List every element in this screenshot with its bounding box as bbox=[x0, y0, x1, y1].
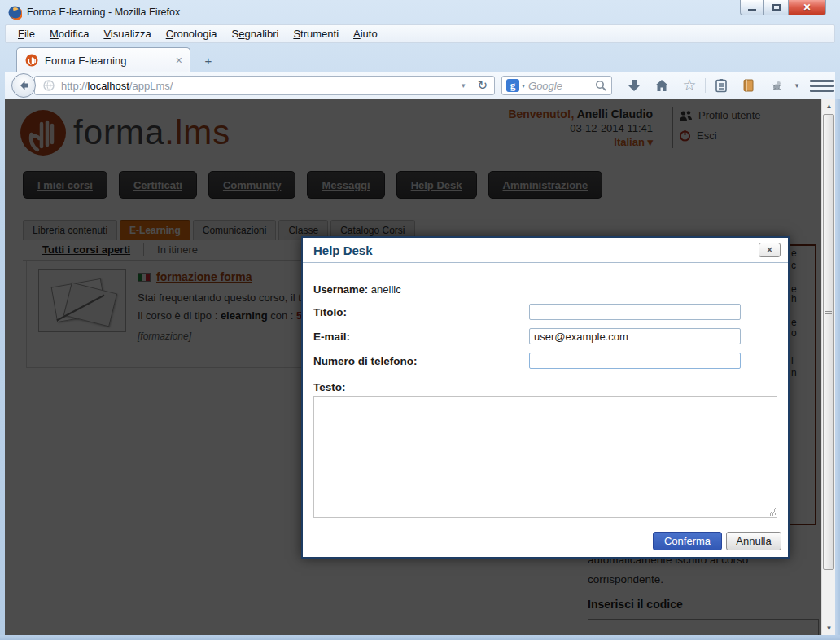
reload-icon[interactable]: ↻ bbox=[470, 78, 494, 93]
forma-favicon-icon bbox=[25, 54, 38, 67]
window-controls: ✕ bbox=[740, 0, 826, 15]
email-input[interactable] bbox=[529, 328, 741, 344]
menu-bar-line bbox=[810, 80, 834, 82]
search-box[interactable]: g ▾ bbox=[501, 76, 612, 95]
menu-file[interactable]: File bbox=[11, 25, 42, 42]
annulla-button[interactable]: Annulla bbox=[726, 532, 781, 550]
download-arrow-icon bbox=[627, 78, 641, 93]
back-arrow-icon bbox=[17, 79, 30, 92]
help-desk-modal: Help Desk × Username: anellic Titolo: E-… bbox=[301, 236, 790, 559]
menu-strumenti[interactable]: Strumenti bbox=[286, 25, 346, 42]
titolo-input[interactable] bbox=[529, 304, 741, 320]
menu-segnalibri[interactable]: Segnalibri bbox=[225, 25, 287, 42]
book-icon bbox=[742, 78, 756, 93]
modal-close-button[interactable]: × bbox=[759, 243, 781, 257]
title-bar: Forma E-learning - Mozilla Firefox ✕ bbox=[0, 0, 840, 24]
downloads-button[interactable] bbox=[620, 73, 648, 98]
menu-aiuto[interactable]: Aiuto bbox=[346, 25, 385, 42]
window-frame-bottom bbox=[0, 635, 840, 640]
minimize-icon bbox=[748, 9, 756, 11]
scroll-down-arrow-icon[interactable]: ▼ bbox=[822, 621, 836, 635]
bookmark-star-button[interactable]: ☆ bbox=[676, 73, 703, 98]
telefono-input[interactable] bbox=[529, 353, 741, 369]
home-button[interactable] bbox=[648, 73, 676, 98]
username-label: Username: bbox=[313, 283, 368, 296]
minimize-button[interactable] bbox=[740, 0, 764, 15]
username-value: anellic bbox=[368, 283, 400, 296]
url-text[interactable]: http://localhost/appLms/ bbox=[61, 80, 457, 92]
close-icon: ✕ bbox=[803, 2, 811, 13]
titolo-label: Titolo: bbox=[313, 306, 347, 318]
browser-tab-title: Forma E-learning bbox=[45, 55, 176, 67]
firefox-window: { "window": { "title": "Forma E-learning… bbox=[0, 0, 840, 640]
window-title: Forma E-learning - Mozilla Firefox bbox=[27, 7, 180, 18]
menu-bar-line bbox=[810, 85, 834, 87]
home-icon bbox=[654, 78, 669, 93]
url-path: /appLms/ bbox=[129, 80, 173, 92]
url-dropdown-caret-icon[interactable]: ▾ bbox=[457, 81, 470, 90]
telefono-label: Numero di telefono: bbox=[313, 355, 418, 367]
clipboard-icon bbox=[714, 78, 728, 93]
testo-textarea[interactable] bbox=[313, 396, 777, 518]
modal-title: Help Desk bbox=[313, 243, 373, 257]
urlbar-controls: ▾ ↻ bbox=[457, 77, 494, 94]
menu-bar: File Modifica Visualizza Cronologia Segn… bbox=[5, 24, 835, 43]
star-icon: ☆ bbox=[682, 76, 696, 94]
search-icon[interactable] bbox=[595, 80, 607, 92]
bug-icon bbox=[770, 79, 784, 93]
firefox-icon bbox=[8, 6, 22, 20]
modal-header: Help Desk × bbox=[303, 238, 788, 263]
scroll-up-arrow-icon[interactable]: ▲ bbox=[822, 99, 836, 113]
url-host: localhost bbox=[88, 80, 129, 92]
maximize-button[interactable] bbox=[764, 0, 789, 15]
menu-cronologia[interactable]: Cronologia bbox=[159, 25, 225, 42]
page-scrollbar[interactable]: ▲ ▼ bbox=[821, 99, 835, 635]
bookmarks-menu-button[interactable] bbox=[707, 73, 735, 98]
url-scheme: http:// bbox=[61, 80, 88, 92]
page-viewport: forma.lms Benvenuto!, Anelli Claudio 03-… bbox=[5, 99, 821, 635]
library-button[interactable] bbox=[735, 73, 763, 98]
scrollbar-grip-icon bbox=[825, 309, 832, 316]
testo-label: Testo: bbox=[313, 381, 346, 393]
google-logo-icon: g bbox=[506, 79, 519, 92]
toolbar-icons: ☆ ▾ bbox=[620, 72, 834, 99]
browser-tab[interactable]: Forma E-learning × bbox=[16, 47, 190, 72]
window-frame-right bbox=[835, 99, 840, 635]
menu-modifica[interactable]: Modifica bbox=[42, 25, 96, 42]
new-tab-button[interactable]: + bbox=[198, 51, 219, 69]
back-button[interactable] bbox=[11, 73, 36, 98]
menu-button[interactable] bbox=[810, 76, 834, 95]
conferma-button[interactable]: Conferma bbox=[653, 532, 722, 550]
maximize-icon bbox=[772, 4, 781, 11]
url-bar[interactable]: http://localhost/appLms/ ▾ ↻ bbox=[34, 76, 495, 95]
tab-bar: Forma E-learning × + bbox=[0, 43, 840, 72]
search-input[interactable] bbox=[528, 80, 595, 92]
navigation-toolbar: http://localhost/appLms/ ▾ ↻ g ▾ ☆ bbox=[5, 72, 835, 99]
username-row: Username: anellic bbox=[313, 283, 401, 296]
search-engine-caret-icon[interactable]: ▾ bbox=[522, 82, 525, 90]
overflow-caret-icon[interactable]: ▾ bbox=[790, 81, 803, 90]
close-window-button[interactable]: ✕ bbox=[789, 0, 826, 15]
tab-close-button[interactable]: × bbox=[176, 54, 182, 67]
extension-button[interactable] bbox=[763, 73, 790, 98]
globe-icon bbox=[43, 80, 55, 91]
menu-bar-line bbox=[810, 90, 834, 92]
scrollbar-thumb[interactable] bbox=[823, 114, 834, 570]
menu-visualizza[interactable]: Visualizza bbox=[96, 25, 158, 42]
email-label: E-mail: bbox=[313, 331, 350, 343]
toolbar-separator bbox=[705, 78, 706, 93]
